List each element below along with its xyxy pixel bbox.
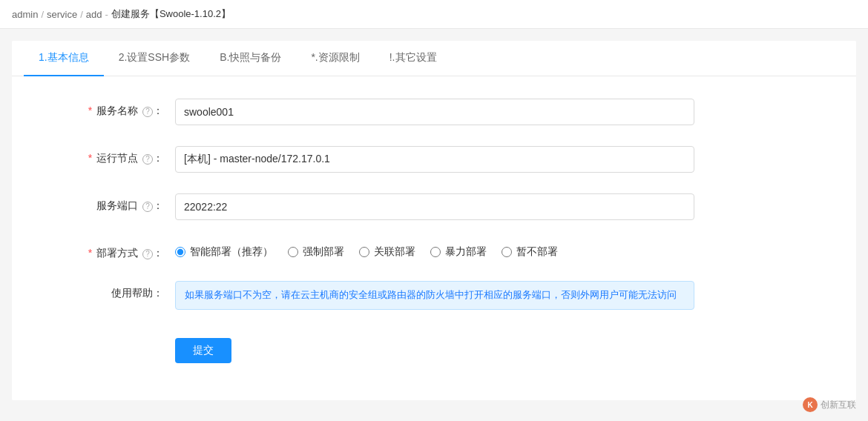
deploy-no-radio[interactable] <box>502 247 512 257</box>
deploy-related-label: 关联部署 <box>374 245 415 259</box>
required-marker3: * <box>88 247 92 259</box>
deploy-brutal-label: 暴力部署 <box>445 245 487 259</box>
service-port-input[interactable] <box>175 193 694 220</box>
help-text-content: 如果服务端口不为空，请在云主机商的安全组或路由器的防火墙中打开相应的服务端口，否… <box>175 281 694 310</box>
deploy-mode-row: * 部署方式 ?： 智能部署（推荐） 强制部署 关联部署 <box>12 241 856 260</box>
tab-ssh[interactable]: 2.设置SSH参数 <box>104 41 205 76</box>
help-text-control: 如果服务端口不为空，请在云主机商的安全组或路由器的防火墙中打开相应的服务端口，否… <box>175 281 694 310</box>
service-name-help-icon[interactable]: ? <box>142 107 153 117</box>
submit-button[interactable]: 提交 <box>175 338 231 363</box>
watermark: K 创新互联 <box>803 397 856 412</box>
watermark-icon: K <box>803 397 818 412</box>
service-name-input[interactable] <box>175 99 694 125</box>
help-text-row: 使用帮助： 如果服务端口不为空，请在云主机商的安全组或路由器的防火墙中打开相应的… <box>12 281 856 310</box>
service-name-label: * 服务名称 ?： <box>56 99 175 118</box>
deploy-brutal-radio[interactable] <box>430 247 441 257</box>
deploy-force-label: 强制部署 <box>303 245 344 259</box>
deploy-smart-label: 智能部署（推荐） <box>190 245 273 259</box>
breadcrumb-title: 创建服务【Swoole-1.10.2】 <box>111 7 231 21</box>
deploy-no-label: 暂不部署 <box>516 245 558 259</box>
tab-other[interactable]: !.其它设置 <box>375 41 452 76</box>
service-name-row: * 服务名称 ?： <box>12 99 856 125</box>
tab-basic[interactable]: 1.基本信息 <box>24 41 104 76</box>
deploy-brutal-option[interactable]: 暴力部署 <box>430 245 487 259</box>
deploy-mode-help-icon[interactable]: ? <box>142 249 153 259</box>
tab-resources[interactable]: *.资源限制 <box>296 41 374 76</box>
run-node-input[interactable] <box>175 146 694 173</box>
deploy-force-radio[interactable] <box>288 247 298 257</box>
deploy-mode-radio-group: 智能部署（推荐） 强制部署 关联部署 暴力部署 <box>175 241 694 259</box>
deploy-mode-label: * 部署方式 ?： <box>56 241 175 260</box>
breadcrumb-admin[interactable]: admin <box>12 9 38 20</box>
watermark-text: 创新互联 <box>821 399 856 411</box>
service-port-row: 服务端口 ?： <box>12 193 856 220</box>
required-marker2: * <box>88 152 92 164</box>
required-marker: * <box>88 105 92 116</box>
run-node-control <box>175 146 694 173</box>
help-text-label: 使用帮助： <box>56 281 175 300</box>
form: * 服务名称 ?： * 运行节点 ?： 服务端口 ?： <box>12 76 856 400</box>
breadcrumb-sep1: / <box>41 9 44 20</box>
breadcrumb: admin / service / add - 创建服务【Swoole-1.10… <box>0 0 868 29</box>
service-port-help-icon[interactable]: ? <box>142 202 153 212</box>
tab-snapshot[interactable]: B.快照与备份 <box>205 41 296 76</box>
main-container: 1.基本信息 2.设置SSH参数 B.快照与备份 *.资源限制 !.其它设置 *… <box>12 41 856 400</box>
run-node-row: * 运行节点 ?： <box>12 146 856 173</box>
deploy-smart-radio[interactable] <box>175 247 185 257</box>
run-node-label: * 运行节点 ?： <box>56 146 175 165</box>
breadcrumb-service[interactable]: service <box>47 9 77 20</box>
breadcrumb-sep3: - <box>105 9 108 20</box>
tab-bar: 1.基本信息 2.设置SSH参数 B.快照与备份 *.资源限制 !.其它设置 <box>12 41 856 76</box>
deploy-related-option[interactable]: 关联部署 <box>359 245 415 259</box>
service-port-control <box>175 193 694 220</box>
breadcrumb-sep2: / <box>80 9 83 20</box>
deploy-smart-option[interactable]: 智能部署（推荐） <box>175 245 273 259</box>
deploy-related-radio[interactable] <box>359 247 369 257</box>
submit-row: 提交 <box>12 331 856 378</box>
service-name-control <box>175 99 694 125</box>
deploy-no-option[interactable]: 暂不部署 <box>502 245 558 259</box>
breadcrumb-add[interactable]: add <box>86 9 102 20</box>
deploy-force-option[interactable]: 强制部署 <box>288 245 344 259</box>
service-port-label: 服务端口 ?： <box>56 193 175 213</box>
run-node-help-icon[interactable]: ? <box>142 154 153 165</box>
deploy-mode-control: 智能部署（推荐） 强制部署 关联部署 暴力部署 <box>175 241 694 259</box>
